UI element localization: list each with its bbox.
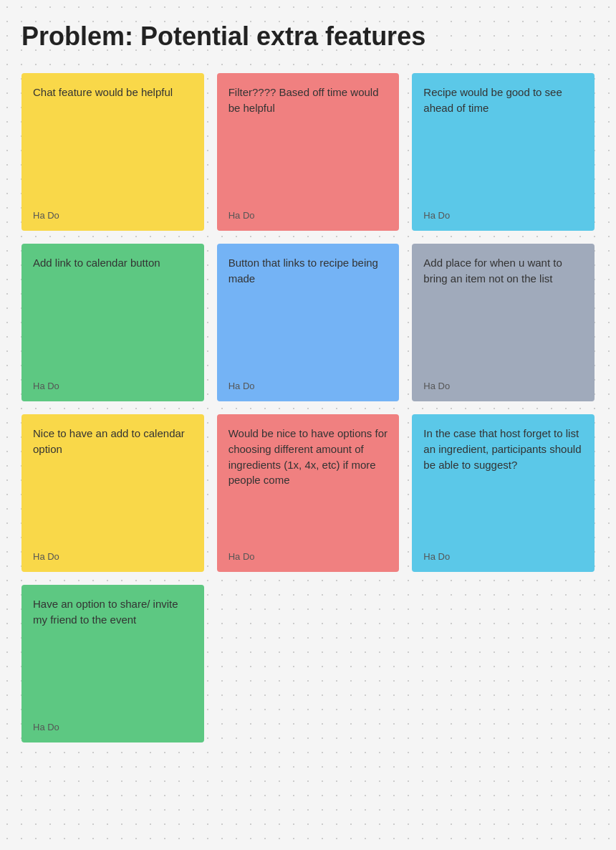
note-author-4: Ha Do [33,366,193,391]
note-text-4: Add link to calendar button [33,255,193,271]
sticky-note-3: Recipe would be good to see ahead of tim… [412,73,595,231]
sticky-note-4: Add link to calendar button Ha Do [21,244,204,401]
note-text-7: Nice to have an add to calendar option [33,426,193,457]
sticky-note-5: Button that links to recipe being made H… [217,244,400,401]
note-text-9: In the case that host forget to list an … [423,426,583,472]
note-author-8: Ha Do [228,537,388,562]
note-author-5: Ha Do [228,366,388,391]
note-text-6: Add place for when u want to bring an it… [423,255,583,287]
sticky-note-7: Nice to have an add to calendar option H… [21,414,204,572]
note-text-1: Chat feature would be helpful [33,85,193,100]
note-author-9: Ha Do [423,537,583,562]
sticky-note-6: Add place for when u want to bring an it… [412,244,595,401]
note-text-5: Button that links to recipe being made [228,255,388,287]
note-text-10: Have an option to share/ invite my frien… [33,596,193,628]
note-author-3: Ha Do [423,196,583,221]
note-author-2: Ha Do [228,196,388,221]
note-author-10: Ha Do [33,707,193,732]
page-title: Problem: Potential extra features [21,22,595,52]
sticky-note-10: Have an option to share/ invite my frien… [21,585,204,742]
sticky-note-9: In the case that host forget to list an … [412,414,595,572]
sticky-note-2: Filter???? Based off time would be helpf… [217,73,400,231]
sticky-note-1: Chat feature would be helpful Ha Do [21,73,204,231]
note-author-1: Ha Do [33,196,193,221]
note-text-3: Recipe would be good to see ahead of tim… [423,85,583,116]
notes-grid: Chat feature would be helpful Ha Do Filt… [21,73,595,742]
note-author-6: Ha Do [423,366,583,391]
sticky-note-8: Would be nice to have options for choosi… [217,414,400,572]
note-text-8: Would be nice to have options for choosi… [228,426,388,488]
note-text-2: Filter???? Based off time would be helpf… [228,85,388,116]
note-author-7: Ha Do [33,537,193,562]
